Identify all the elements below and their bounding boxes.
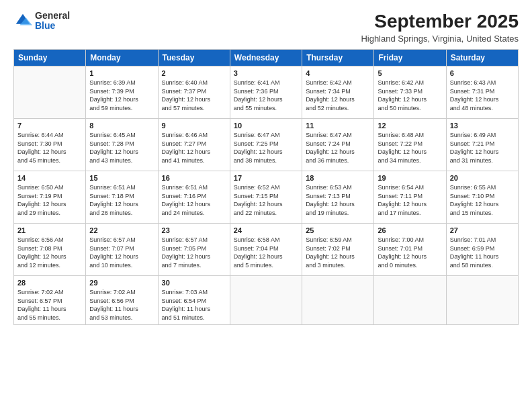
logo-icon: [13, 11, 32, 30]
day-number: 18: [306, 174, 370, 182]
table-row: 29Sunrise: 7:02 AM Sunset: 6:56 PM Dayli…: [86, 276, 158, 325]
day-info: Sunrise: 6:41 AM Sunset: 7:36 PM Dayligh…: [234, 79, 298, 112]
table-row: 25Sunrise: 6:59 AM Sunset: 7:02 PM Dayli…: [302, 224, 374, 276]
day-number: 3: [234, 69, 298, 77]
col-friday: Friday: [374, 50, 446, 66]
table-row: 15Sunrise: 6:51 AM Sunset: 7:18 PM Dayli…: [86, 171, 158, 224]
day-number: 1: [89, 69, 154, 77]
day-number: 7: [17, 122, 82, 130]
calendar-table: Sunday Monday Tuesday Wednesday Thursday…: [13, 49, 519, 325]
table-row: 1Sunrise: 6:39 AM Sunset: 7:39 PM Daylig…: [86, 66, 158, 119]
day-number: 12: [378, 122, 442, 130]
col-wednesday: Wednesday: [230, 50, 302, 66]
table-row: 3Sunrise: 6:41 AM Sunset: 7:36 PM Daylig…: [230, 66, 302, 119]
day-number: 14: [17, 174, 82, 182]
day-number: 30: [162, 279, 226, 287]
header-row: Sunday Monday Tuesday Wednesday Thursday…: [14, 50, 519, 66]
table-row: 7Sunrise: 6:44 AM Sunset: 7:30 PM Daylig…: [14, 119, 86, 171]
day-number: 15: [89, 174, 154, 182]
month-title: September 2025: [361, 11, 519, 32]
day-number: 13: [450, 122, 515, 130]
day-number: 19: [378, 174, 442, 182]
day-number: 28: [17, 279, 82, 287]
table-row: 17Sunrise: 6:52 AM Sunset: 7:15 PM Dayli…: [230, 171, 302, 224]
day-info: Sunrise: 6:46 AM Sunset: 7:27 PM Dayligh…: [162, 131, 226, 165]
day-number: 27: [450, 226, 515, 234]
day-info: Sunrise: 6:52 AM Sunset: 7:15 PM Dayligh…: [234, 183, 298, 217]
week-row-3: 14Sunrise: 6:50 AM Sunset: 7:19 PM Dayli…: [14, 171, 519, 224]
table-row: 8Sunrise: 6:45 AM Sunset: 7:28 PM Daylig…: [86, 119, 158, 171]
table-row: 12Sunrise: 6:48 AM Sunset: 7:22 PM Dayli…: [374, 119, 446, 171]
header: General Blue September 2025 Highland Spr…: [13, 11, 519, 44]
col-sunday: Sunday: [14, 50, 86, 66]
table-row: 16Sunrise: 6:51 AM Sunset: 7:16 PM Dayli…: [158, 171, 230, 224]
day-number: 11: [306, 122, 370, 130]
table-row: 21Sunrise: 6:56 AM Sunset: 7:08 PM Dayli…: [14, 224, 86, 276]
day-number: 17: [234, 174, 298, 182]
day-number: 25: [306, 226, 370, 234]
day-info: Sunrise: 6:42 AM Sunset: 7:34 PM Dayligh…: [306, 79, 370, 112]
week-row-1: 1Sunrise: 6:39 AM Sunset: 7:39 PM Daylig…: [14, 66, 519, 119]
table-row: 19Sunrise: 6:54 AM Sunset: 7:11 PM Dayli…: [374, 171, 446, 224]
day-info: Sunrise: 6:58 AM Sunset: 7:04 PM Dayligh…: [234, 236, 298, 269]
day-info: Sunrise: 6:49 AM Sunset: 7:21 PM Dayligh…: [450, 131, 515, 165]
week-row-5: 28Sunrise: 7:02 AM Sunset: 6:57 PM Dayli…: [14, 276, 519, 325]
col-tuesday: Tuesday: [158, 50, 230, 66]
day-info: Sunrise: 6:54 AM Sunset: 7:11 PM Dayligh…: [378, 183, 442, 217]
day-info: Sunrise: 7:00 AM Sunset: 7:01 PM Dayligh…: [378, 236, 442, 269]
day-info: Sunrise: 6:51 AM Sunset: 7:18 PM Dayligh…: [89, 183, 154, 217]
day-info: Sunrise: 7:02 AM Sunset: 6:57 PM Dayligh…: [17, 288, 82, 322]
table-row: [446, 276, 518, 325]
table-row: 22Sunrise: 6:57 AM Sunset: 7:07 PM Dayli…: [86, 224, 158, 276]
table-row: 24Sunrise: 6:58 AM Sunset: 7:04 PM Dayli…: [230, 224, 302, 276]
day-info: Sunrise: 6:56 AM Sunset: 7:08 PM Dayligh…: [17, 236, 82, 269]
day-number: 24: [234, 226, 298, 234]
day-info: Sunrise: 6:47 AM Sunset: 7:25 PM Dayligh…: [234, 131, 298, 165]
day-number: 5: [378, 69, 442, 77]
day-info: Sunrise: 6:51 AM Sunset: 7:16 PM Dayligh…: [162, 183, 226, 217]
day-info: Sunrise: 6:39 AM Sunset: 7:39 PM Dayligh…: [89, 79, 154, 112]
day-info: Sunrise: 6:57 AM Sunset: 7:05 PM Dayligh…: [162, 236, 226, 269]
day-info: Sunrise: 7:01 AM Sunset: 6:59 PM Dayligh…: [450, 236, 515, 269]
table-row: 20Sunrise: 6:55 AM Sunset: 7:10 PM Dayli…: [446, 171, 518, 224]
day-number: 8: [89, 122, 154, 130]
day-number: 26: [378, 226, 442, 234]
day-info: Sunrise: 6:45 AM Sunset: 7:28 PM Dayligh…: [89, 131, 154, 165]
table-row: [302, 276, 374, 325]
day-info: Sunrise: 6:42 AM Sunset: 7:33 PM Dayligh…: [378, 79, 442, 112]
table-row: 10Sunrise: 6:47 AM Sunset: 7:25 PM Dayli…: [230, 119, 302, 171]
table-row: 2Sunrise: 6:40 AM Sunset: 7:37 PM Daylig…: [158, 66, 230, 119]
day-info: Sunrise: 6:47 AM Sunset: 7:24 PM Dayligh…: [306, 131, 370, 165]
day-info: Sunrise: 6:53 AM Sunset: 7:13 PM Dayligh…: [306, 183, 370, 217]
day-number: 10: [234, 122, 298, 130]
table-row: [14, 66, 86, 119]
day-info: Sunrise: 6:48 AM Sunset: 7:22 PM Dayligh…: [378, 131, 442, 165]
table-row: 28Sunrise: 7:02 AM Sunset: 6:57 PM Dayli…: [14, 276, 86, 325]
day-number: 22: [89, 226, 154, 234]
table-row: 30Sunrise: 7:03 AM Sunset: 6:54 PM Dayli…: [158, 276, 230, 325]
table-row: 11Sunrise: 6:47 AM Sunset: 7:24 PM Dayli…: [302, 119, 374, 171]
day-number: 23: [162, 226, 226, 234]
table-row: 13Sunrise: 6:49 AM Sunset: 7:21 PM Dayli…: [446, 119, 518, 171]
day-number: 4: [306, 69, 370, 77]
day-info: Sunrise: 7:02 AM Sunset: 6:56 PM Dayligh…: [89, 288, 154, 322]
day-info: Sunrise: 6:55 AM Sunset: 7:10 PM Dayligh…: [450, 183, 515, 217]
day-info: Sunrise: 6:59 AM Sunset: 7:02 PM Dayligh…: [306, 236, 370, 269]
logo-text: General Blue: [35, 11, 70, 32]
logo: General Blue: [13, 11, 70, 32]
day-number: 21: [17, 226, 82, 234]
day-number: 20: [450, 174, 515, 182]
table-row: 18Sunrise: 6:53 AM Sunset: 7:13 PM Dayli…: [302, 171, 374, 224]
day-info: Sunrise: 6:50 AM Sunset: 7:19 PM Dayligh…: [17, 183, 82, 217]
table-row: 23Sunrise: 6:57 AM Sunset: 7:05 PM Dayli…: [158, 224, 230, 276]
table-row: 4Sunrise: 6:42 AM Sunset: 7:34 PM Daylig…: [302, 66, 374, 119]
table-row: 6Sunrise: 6:43 AM Sunset: 7:31 PM Daylig…: [446, 66, 518, 119]
col-saturday: Saturday: [446, 50, 518, 66]
day-info: Sunrise: 7:03 AM Sunset: 6:54 PM Dayligh…: [162, 288, 226, 322]
table-row: 9Sunrise: 6:46 AM Sunset: 7:27 PM Daylig…: [158, 119, 230, 171]
week-row-2: 7Sunrise: 6:44 AM Sunset: 7:30 PM Daylig…: [14, 119, 519, 171]
day-info: Sunrise: 6:40 AM Sunset: 7:37 PM Dayligh…: [162, 79, 226, 112]
day-number: 29: [89, 279, 154, 287]
day-number: 16: [162, 174, 226, 182]
table-row: 27Sunrise: 7:01 AM Sunset: 6:59 PM Dayli…: [446, 224, 518, 276]
